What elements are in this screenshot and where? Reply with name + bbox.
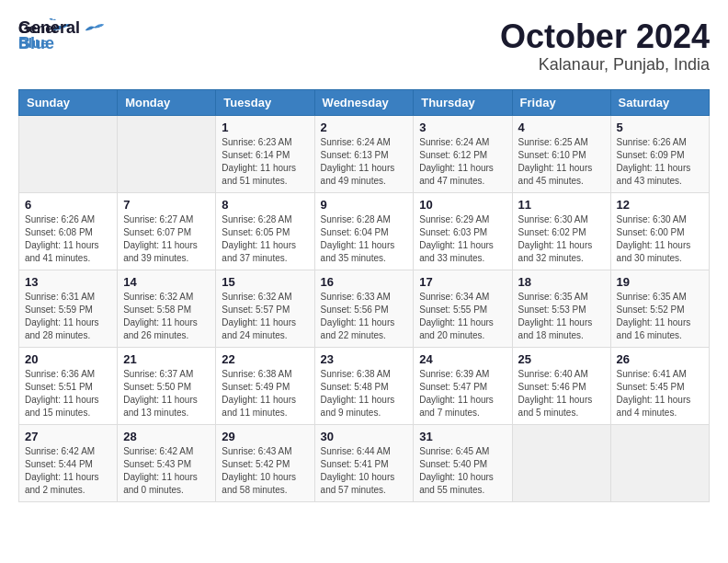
day-info: Sunrise: 6:40 AMSunset: 5:46 PMDaylight:… bbox=[518, 368, 605, 419]
day-number: 2 bbox=[321, 121, 408, 134]
day-number: 18 bbox=[518, 275, 605, 289]
logo-block: General Blue bbox=[18, 18, 108, 53]
title-block: October 2024 Kalanaur, Punjab, India bbox=[500, 18, 710, 75]
day-number: 24 bbox=[419, 352, 506, 366]
day-number: 13 bbox=[25, 275, 111, 289]
day-info: Sunrise: 6:38 AMSunset: 5:49 PMDaylight:… bbox=[222, 368, 308, 419]
day-info: Sunrise: 6:25 AMSunset: 6:10 PMDaylight:… bbox=[518, 136, 605, 188]
calendar-cell: 19Sunrise: 6:35 AMSunset: 5:52 PMDayligh… bbox=[610, 270, 709, 347]
day-number: 27 bbox=[25, 430, 111, 443]
day-number: 26 bbox=[617, 352, 703, 366]
day-number: 17 bbox=[419, 275, 506, 289]
day-number: 4 bbox=[518, 121, 605, 134]
calendar-cell: 4Sunrise: 6:25 AMSunset: 6:10 PMDaylight… bbox=[512, 115, 610, 192]
day-info: Sunrise: 6:28 AMSunset: 6:04 PMDaylight:… bbox=[321, 213, 408, 265]
calendar-cell: 1Sunrise: 6:23 AMSunset: 6:14 PMDaylight… bbox=[216, 115, 314, 192]
day-info: Sunrise: 6:32 AMSunset: 5:58 PMDaylight:… bbox=[123, 291, 210, 342]
day-number: 8 bbox=[222, 198, 308, 212]
day-number: 5 bbox=[617, 121, 703, 134]
day-info: Sunrise: 6:28 AMSunset: 6:05 PMDaylight:… bbox=[222, 213, 308, 265]
calendar-cell: 29Sunrise: 6:43 AMSunset: 5:42 PMDayligh… bbox=[216, 424, 314, 501]
calendar-cell: 8Sunrise: 6:28 AMSunset: 6:05 PMDaylight… bbox=[216, 192, 314, 270]
day-info: Sunrise: 6:35 AMSunset: 5:52 PMDaylight:… bbox=[617, 291, 703, 342]
calendar-cell: 26Sunrise: 6:41 AMSunset: 5:45 PMDayligh… bbox=[610, 347, 709, 424]
day-info: Sunrise: 6:30 AMSunset: 6:02 PMDaylight:… bbox=[518, 213, 605, 265]
day-number: 14 bbox=[123, 275, 210, 289]
calendar-cell: 25Sunrise: 6:40 AMSunset: 5:46 PMDayligh… bbox=[512, 347, 610, 424]
day-info: Sunrise: 6:44 AMSunset: 5:41 PMDaylight:… bbox=[321, 445, 408, 497]
calendar-cell: 27Sunrise: 6:42 AMSunset: 5:44 PMDayligh… bbox=[19, 424, 118, 501]
day-info: Sunrise: 6:34 AMSunset: 5:55 PMDaylight:… bbox=[419, 291, 506, 342]
day-info: Sunrise: 6:24 AMSunset: 6:12 PMDaylight:… bbox=[419, 136, 506, 188]
calendar-cell: 28Sunrise: 6:42 AMSunset: 5:43 PMDayligh… bbox=[118, 424, 216, 501]
weekday-header: Sunday bbox=[19, 89, 118, 115]
weekday-header: Wednesday bbox=[314, 89, 414, 115]
calendar-cell: 22Sunrise: 6:38 AMSunset: 5:49 PMDayligh… bbox=[216, 347, 314, 424]
day-number: 15 bbox=[222, 275, 308, 289]
calendar-cell: 30Sunrise: 6:44 AMSunset: 5:41 PMDayligh… bbox=[314, 424, 414, 501]
day-number: 1 bbox=[222, 121, 308, 134]
weekday-header: Saturday bbox=[610, 89, 709, 115]
calendar-cell: 5Sunrise: 6:26 AMSunset: 6:09 PMDaylight… bbox=[610, 115, 709, 192]
day-number: 21 bbox=[123, 352, 210, 366]
location-subtitle: Kalanaur, Punjab, India bbox=[500, 55, 710, 75]
day-number: 19 bbox=[617, 275, 703, 289]
page-header: General Blue October 2024 Kalanaur, Punj… bbox=[18, 18, 710, 75]
calendar-cell: 3Sunrise: 6:24 AMSunset: 6:12 PMDaylight… bbox=[414, 115, 512, 192]
day-info: Sunrise: 6:26 AMSunset: 6:08 PMDaylight:… bbox=[25, 213, 111, 265]
day-info: Sunrise: 6:23 AMSunset: 6:14 PMDaylight:… bbox=[222, 136, 308, 188]
day-info: Sunrise: 6:33 AMSunset: 5:56 PMDaylight:… bbox=[321, 291, 408, 342]
day-info: Sunrise: 6:41 AMSunset: 5:45 PMDaylight:… bbox=[617, 368, 703, 419]
weekday-header: Monday bbox=[118, 89, 216, 115]
day-number: 10 bbox=[419, 198, 506, 212]
calendar-cell: 20Sunrise: 6:36 AMSunset: 5:51 PMDayligh… bbox=[19, 347, 118, 424]
calendar-cell: 12Sunrise: 6:30 AMSunset: 6:00 PMDayligh… bbox=[610, 192, 709, 270]
calendar-week-row: 1Sunrise: 6:23 AMSunset: 6:14 PMDaylight… bbox=[19, 115, 710, 192]
day-number: 6 bbox=[25, 198, 111, 212]
calendar-cell: 11Sunrise: 6:30 AMSunset: 6:02 PMDayligh… bbox=[512, 192, 610, 270]
day-info: Sunrise: 6:30 AMSunset: 6:00 PMDaylight:… bbox=[617, 213, 703, 265]
day-number: 29 bbox=[222, 430, 308, 443]
day-number: 3 bbox=[419, 121, 506, 134]
calendar-cell: 17Sunrise: 6:34 AMSunset: 5:55 PMDayligh… bbox=[414, 270, 512, 347]
day-info: Sunrise: 6:29 AMSunset: 6:03 PMDaylight:… bbox=[419, 213, 506, 265]
day-info: Sunrise: 6:35 AMSunset: 5:53 PMDaylight:… bbox=[518, 291, 605, 342]
day-number: 22 bbox=[222, 352, 308, 366]
weekday-header: Friday bbox=[512, 89, 610, 115]
day-number: 23 bbox=[321, 352, 408, 366]
calendar-week-row: 13Sunrise: 6:31 AMSunset: 5:59 PMDayligh… bbox=[19, 270, 710, 347]
calendar-week-row: 27Sunrise: 6:42 AMSunset: 5:44 PMDayligh… bbox=[19, 424, 710, 501]
calendar-cell: 14Sunrise: 6:32 AMSunset: 5:58 PMDayligh… bbox=[118, 270, 216, 347]
calendar-cell: 15Sunrise: 6:32 AMSunset: 5:57 PMDayligh… bbox=[216, 270, 314, 347]
weekday-header: Thursday bbox=[414, 89, 512, 115]
calendar-cell: 13Sunrise: 6:31 AMSunset: 5:59 PMDayligh… bbox=[19, 270, 118, 347]
day-number: 9 bbox=[321, 198, 408, 212]
day-info: Sunrise: 6:31 AMSunset: 5:59 PMDaylight:… bbox=[25, 291, 111, 342]
calendar-table: SundayMondayTuesdayWednesdayThursdayFrid… bbox=[18, 89, 710, 502]
weekday-header: Tuesday bbox=[216, 89, 314, 115]
day-number: 11 bbox=[518, 198, 605, 212]
calendar-cell: 23Sunrise: 6:38 AMSunset: 5:48 PMDayligh… bbox=[314, 347, 414, 424]
calendar-cell: 31Sunrise: 6:45 AMSunset: 5:40 PMDayligh… bbox=[414, 424, 512, 501]
day-number: 30 bbox=[321, 430, 408, 443]
day-number: 7 bbox=[123, 198, 210, 212]
calendar-cell: 10Sunrise: 6:29 AMSunset: 6:03 PMDayligh… bbox=[414, 192, 512, 270]
day-number: 28 bbox=[123, 430, 210, 443]
calendar-cell: 24Sunrise: 6:39 AMSunset: 5:47 PMDayligh… bbox=[414, 347, 512, 424]
day-info: Sunrise: 6:39 AMSunset: 5:47 PMDaylight:… bbox=[419, 368, 506, 419]
calendar-week-row: 20Sunrise: 6:36 AMSunset: 5:51 PMDayligh… bbox=[19, 347, 710, 424]
calendar-cell bbox=[610, 424, 709, 501]
day-number: 12 bbox=[617, 198, 703, 212]
calendar-week-row: 6Sunrise: 6:26 AMSunset: 6:08 PMDaylight… bbox=[19, 192, 710, 270]
calendar-cell bbox=[19, 115, 118, 192]
calendar-cell bbox=[118, 115, 216, 192]
day-number: 31 bbox=[419, 430, 506, 443]
day-number: 16 bbox=[321, 275, 408, 289]
calendar-cell: 2Sunrise: 6:24 AMSunset: 6:13 PMDaylight… bbox=[314, 115, 414, 192]
day-number: 25 bbox=[518, 352, 605, 366]
calendar-cell: 18Sunrise: 6:35 AMSunset: 5:53 PMDayligh… bbox=[512, 270, 610, 347]
day-info: Sunrise: 6:26 AMSunset: 6:09 PMDaylight:… bbox=[617, 136, 703, 188]
day-info: Sunrise: 6:43 AMSunset: 5:42 PMDaylight:… bbox=[222, 445, 308, 497]
calendar-cell bbox=[512, 424, 610, 501]
day-info: Sunrise: 6:36 AMSunset: 5:51 PMDaylight:… bbox=[25, 368, 111, 419]
